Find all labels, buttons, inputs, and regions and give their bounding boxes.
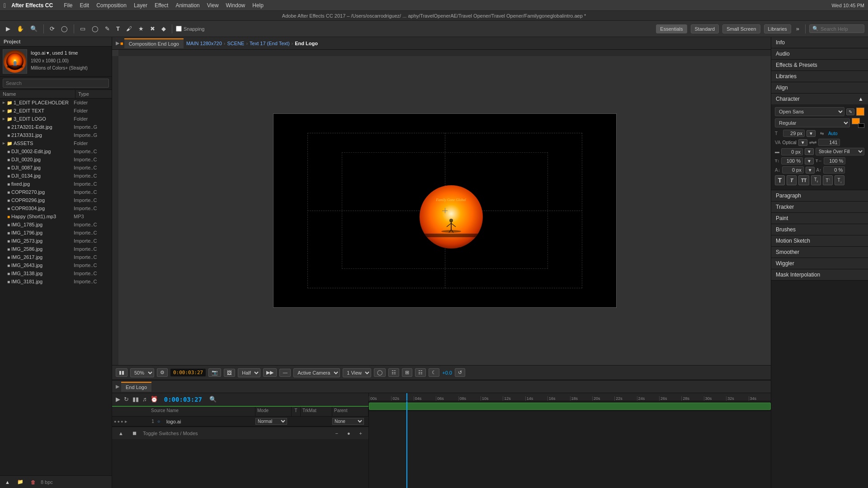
align-header[interactable]: Align [771, 82, 868, 93]
list-item[interactable]: ■217A3331.jpgImporte..G [0, 131, 112, 139]
tl-ram-btn[interactable]: ▮▮ [132, 395, 140, 404]
tool-rect[interactable]: ▭ [78, 24, 88, 33]
baseline-stepper[interactable]: ▼ [806, 167, 815, 174]
tool-stamp[interactable]: ★ [136, 24, 146, 33]
character-header[interactable]: Character ▲ [771, 94, 868, 104]
tl-bottom-new-layer[interactable]: ▲ [116, 430, 126, 437]
new-folder-btn[interactable]: 📁 [15, 478, 26, 486]
comp-tab[interactable]: Composition End Logo [124, 38, 184, 48]
style-bold-T[interactable]: T [775, 175, 785, 185]
style-select[interactable]: Regular [775, 118, 850, 127]
tl-bottom-solo[interactable]: ◼ [130, 429, 139, 437]
mask-interpolation-header[interactable]: Mask Interpolation [771, 269, 868, 280]
viewer-reset-exposure[interactable]: ↺ [455, 368, 465, 377]
list-item[interactable]: ►📁3_EDIT LOGOFolder [0, 115, 112, 123]
apple-logo[interactable]:  [4, 2, 6, 9]
list-item[interactable]: ►📁ASSETSFolder [0, 139, 112, 147]
col-name[interactable]: Name [0, 90, 75, 98]
paragraph-header[interactable]: Paragraph [771, 190, 868, 201]
font-size-input[interactable] [783, 130, 805, 137]
list-item[interactable]: ■fixed.jpgImporte..C [0, 180, 112, 188]
col-type[interactable]: Type [75, 90, 112, 98]
track-eye[interactable]: ● [114, 419, 116, 424]
style-smallcaps-Tr[interactable]: Tr [811, 175, 821, 185]
timeline-playhead[interactable] [406, 393, 407, 401]
breadcrumb-main[interactable]: MAIN 1280x720 [186, 41, 222, 46]
tracking-input[interactable] [818, 139, 840, 146]
workspace-small-screen[interactable]: Small Screen [722, 24, 760, 33]
viewer-render[interactable]: ◯ [374, 368, 386, 377]
viewer-settings[interactable]: ⚙ [157, 368, 168, 377]
vert-scale-input[interactable] [781, 157, 803, 164]
effects-presets-header[interactable]: Effects & Presets [771, 60, 868, 70]
horiz-scale-input[interactable] [824, 157, 845, 164]
zoom-select[interactable]: 50% [130, 368, 154, 377]
smoother-header[interactable]: Smoother [771, 247, 868, 258]
list-item[interactable]: ►📁1_EDIT PLACEHOLDERFolder [0, 99, 112, 107]
tl-play-btn[interactable]: ▶ [115, 395, 121, 404]
font-color-box[interactable] [856, 108, 864, 116]
list-item[interactable]: ■DJI_0134.jpgImporte..C [0, 172, 112, 180]
list-item[interactable]: ■DJI_0087.jpgImporte..C [0, 164, 112, 172]
view-select[interactable]: 1 View [343, 368, 371, 377]
tl-loop-btn[interactable]: ↻ [123, 395, 130, 404]
list-item[interactable]: ■IMG_3138.jpgImporte..C [0, 269, 112, 277]
tool-eraser[interactable]: ✖ [148, 24, 157, 33]
motion-sketch-header[interactable]: Motion Sketch [771, 235, 868, 246]
tool-text[interactable]: T [114, 24, 122, 33]
tl-audio-btn[interactable]: ♬ [142, 395, 148, 404]
tl-graph-btn[interactable]: ⏰ [150, 395, 159, 404]
font-style-btn[interactable]: ✎ [846, 108, 854, 115]
workspace-standard[interactable]: Standard [691, 24, 719, 33]
new-comp-btn[interactable]: ▲ [3, 478, 12, 486]
tool-rotate[interactable]: ⟳ [47, 24, 57, 33]
workspace-more[interactable]: » [794, 24, 802, 33]
info-header[interactable]: Info [771, 37, 868, 48]
tool-puppet[interactable]: ◆ [159, 24, 168, 33]
brushes-header[interactable]: Brushes [771, 224, 868, 235]
track-expand[interactable]: ► [124, 419, 128, 424]
list-item[interactable]: ■IMG_2617.jpgImporte..C [0, 253, 112, 261]
track-solo[interactable]: ● [121, 419, 123, 424]
font-select[interactable]: Open Sans [775, 107, 844, 116]
kerning-stepper[interactable]: ▼ [798, 139, 807, 146]
style-sub-T[interactable]: T↓ [835, 175, 844, 185]
menu-help[interactable]: Help [249, 1, 267, 9]
tool-pen[interactable]: ✎ [103, 24, 112, 33]
tool-zoom[interactable]: 🔍 [28, 24, 40, 33]
snapping-checkbox[interactable] [176, 26, 182, 32]
list-item[interactable]: ■COPR0270.jpgImporte..C [0, 188, 112, 196]
viewer-motion-blur[interactable]: ⸻ [279, 369, 291, 377]
viewer-always-preview[interactable]: ▮▮ [116, 368, 127, 377]
search-help-input[interactable] [821, 26, 861, 32]
breadcrumb-text[interactable]: Text 17 (End Text) [250, 41, 289, 46]
tool-ellipse[interactable]: ◯ [90, 24, 101, 33]
stroke-color[interactable] [858, 123, 864, 128]
viewer-rulers[interactable]: ☷ [415, 368, 426, 377]
tl-search-btn[interactable]: 🔍 [208, 395, 217, 404]
stroke-type-select[interactable]: Stroke Over Fill [816, 148, 864, 155]
tool-hand[interactable]: ✋ [14, 24, 26, 33]
vert-scale-stepper[interactable]: ▼ [805, 158, 814, 164]
list-item[interactable]: ■COPR0304.jpgImporte..C [0, 204, 112, 212]
list-item[interactable]: ■DJI_0020.jpgImporte..C [0, 155, 112, 164]
style-allcaps-TT[interactable]: TT [798, 175, 809, 185]
menu-file[interactable]: File [60, 1, 76, 9]
timeline-tab[interactable]: End Logo [121, 382, 151, 392]
list-item[interactable]: ■IMG_1785.jpgImporte..C [0, 221, 112, 229]
audio-header[interactable]: Audio [771, 48, 868, 59]
workspace-libraries[interactable]: Libraries [764, 24, 791, 33]
viewer-fast-preview[interactable]: ▶▶ [263, 368, 277, 377]
tsukuri-input[interactable] [823, 166, 845, 174]
viewer-show-snap[interactable]: 🖼 [224, 369, 235, 377]
menu-animation[interactable]: Animation [172, 1, 203, 9]
tl-bottom-zoom-out[interactable]: − [332, 430, 340, 437]
delete-btn[interactable]: 🗑 [28, 478, 38, 486]
list-item[interactable]: ■COPR0296.jpgImporte..C [0, 196, 112, 204]
menu-layer[interactable]: Layer [130, 1, 151, 9]
libraries-header[interactable]: Libraries [771, 71, 868, 82]
tl-bottom-zoom-in[interactable]: + [357, 430, 365, 437]
stroke-stepper[interactable]: ▼ [805, 148, 814, 155]
viewer-exposure[interactable]: ☾ [429, 368, 439, 377]
viewer-grid[interactable]: ☷ [388, 368, 399, 377]
